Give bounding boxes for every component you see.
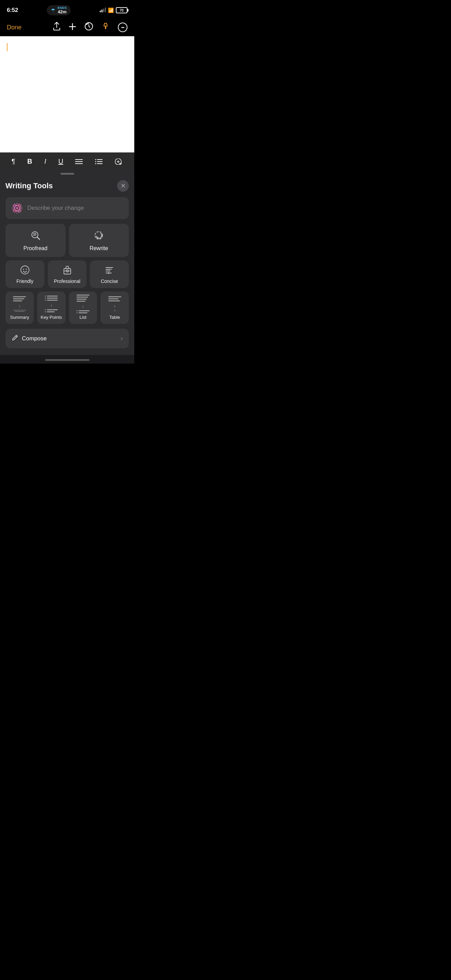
- paragraph-button[interactable]: ¶: [12, 158, 15, 165]
- sheet-handle-container: [0, 170, 134, 175]
- list-icon: ↓: [74, 296, 92, 311]
- list-label: List: [79, 315, 86, 320]
- insert-list-button[interactable]: [114, 159, 123, 165]
- signal-icon: [100, 8, 106, 12]
- list-button[interactable]: [95, 159, 103, 164]
- describe-placeholder: Describe your change: [27, 205, 84, 212]
- summary-row: ↓ Summary: [5, 291, 129, 324]
- compose-left: Compose: [12, 334, 47, 343]
- done-button[interactable]: Done: [7, 24, 22, 31]
- writing-tools-header: Writing Tools ✕: [5, 180, 129, 192]
- battery-level: 70: [119, 8, 123, 12]
- top-tool-row: Proofread Rewrite: [5, 224, 129, 257]
- ends-time: 42m: [58, 10, 67, 14]
- share-icon[interactable]: [53, 22, 60, 33]
- professional-button[interactable]: Professional: [48, 260, 87, 288]
- svg-point-6: [95, 161, 96, 162]
- writing-tools-panel: Writing Tools ✕ Describe your change: [0, 175, 134, 355]
- concise-icon: [105, 265, 114, 276]
- rewrite-button[interactable]: Rewrite: [69, 224, 129, 257]
- close-icon: ✕: [121, 182, 126, 189]
- svg-point-5: [95, 159, 96, 160]
- table-button[interactable]: ↓ Table: [100, 291, 129, 324]
- friendly-label: Friendly: [16, 278, 33, 284]
- proofread-label: Proofread: [24, 245, 48, 251]
- more-icon[interactable]: •••: [118, 22, 127, 32]
- table-icon: ↓: [106, 296, 124, 311]
- svg-line-22: [37, 237, 40, 240]
- concise-label: Concise: [101, 278, 118, 284]
- svg-line-43: [16, 336, 17, 337]
- close-button[interactable]: ✕: [117, 180, 129, 192]
- format-bar: ¶ B I U: [0, 153, 134, 170]
- professional-icon: [62, 265, 72, 276]
- text-cursor: [7, 43, 8, 51]
- summary-button[interactable]: ↓ Summary: [5, 291, 34, 324]
- svg-point-29: [25, 269, 27, 270]
- status-bar: 6:52 ☂ ENDS 42m 📶 70: [0, 0, 134, 19]
- key-points-label: Key Points: [41, 315, 62, 320]
- sheet-handle: [60, 173, 74, 175]
- umbrella-icon: ☂: [51, 8, 56, 13]
- svg-rect-30: [64, 269, 71, 274]
- history-icon[interactable]: [84, 22, 93, 33]
- add-icon[interactable]: [69, 22, 76, 33]
- ends-label: ENDS 42m: [57, 6, 67, 14]
- editor-area[interactable]: [0, 36, 134, 153]
- friendly-button[interactable]: Friendly: [5, 260, 44, 288]
- rewrite-label: Rewrite: [89, 245, 108, 251]
- pencil-icon: [12, 334, 19, 343]
- svg-point-7: [95, 163, 96, 164]
- svg-rect-38: [114, 310, 116, 311]
- italic-button[interactable]: I: [44, 158, 46, 165]
- home-bar: [45, 359, 89, 361]
- svg-point-18: [16, 207, 18, 209]
- friendly-icon: [20, 265, 30, 276]
- ai-logo-icon: [11, 202, 23, 214]
- wifi-icon: 📶: [108, 8, 114, 13]
- compose-label: Compose: [22, 335, 47, 342]
- toolbar-icons: •••: [53, 22, 127, 33]
- rewrite-icon: [93, 230, 104, 242]
- status-time: 6:52: [7, 7, 18, 14]
- professional-label: Professional: [54, 278, 80, 284]
- underline-button[interactable]: U: [59, 158, 63, 165]
- chevron-right-icon: ›: [121, 335, 123, 342]
- pin-icon[interactable]: [102, 22, 110, 32]
- writing-tools-title: Writing Tools: [5, 181, 53, 190]
- tone-row: Friendly Professional: [5, 260, 129, 288]
- list-button[interactable]: ↓ List: [69, 291, 97, 324]
- svg-point-27: [21, 266, 29, 274]
- summary-label: Summary: [10, 315, 29, 320]
- table-label: Table: [110, 315, 120, 320]
- key-points-button[interactable]: ↓ Key Points: [37, 291, 66, 324]
- key-points-icon: ↓: [42, 296, 60, 311]
- home-indicator: [0, 355, 134, 364]
- battery-indicator: 70: [116, 7, 127, 13]
- concise-button[interactable]: Concise: [90, 260, 129, 288]
- proofread-button[interactable]: Proofread: [5, 224, 66, 257]
- compose-button[interactable]: Compose ›: [5, 329, 129, 348]
- summary-icon: ↓: [11, 296, 29, 311]
- app-toolbar: Done: [0, 19, 134, 36]
- proofread-icon: [30, 230, 41, 242]
- svg-point-28: [23, 269, 24, 270]
- status-right: 📶 70: [100, 7, 127, 13]
- bold-button[interactable]: B: [27, 158, 32, 165]
- align-button[interactable]: [75, 159, 83, 164]
- status-center: ☂ ENDS 42m: [47, 5, 71, 15]
- describe-input[interactable]: Describe your change: [5, 197, 129, 219]
